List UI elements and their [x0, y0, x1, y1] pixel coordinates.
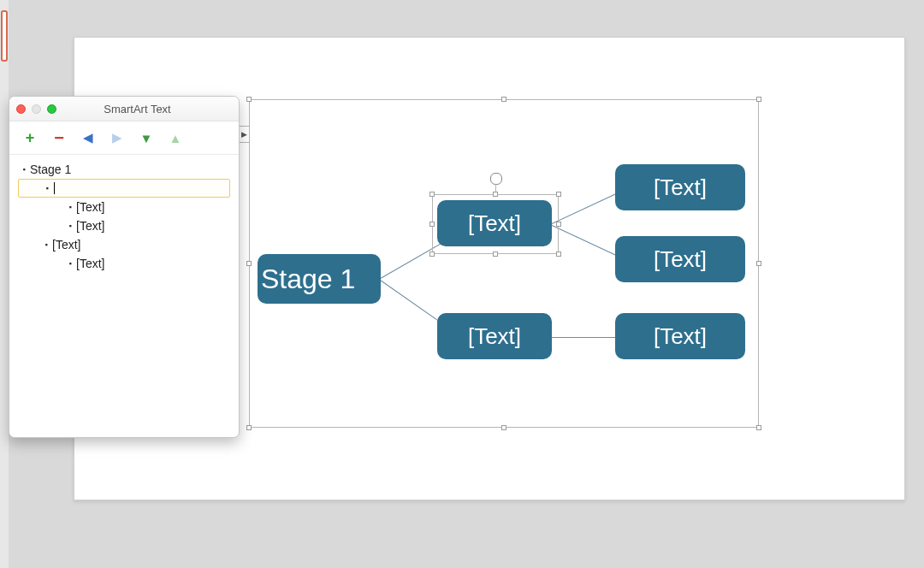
resize-handle[interactable] [501, 97, 506, 102]
outline-item[interactable]: ▪[Text] [18, 235, 230, 254]
smartart-text-panel[interactable]: SmartArt Text + − ◀ ▶ ▼ ▲ ▪Stage 1▪▪[Tex… [9, 96, 240, 438]
outline-item[interactable]: ▪[Text] [18, 198, 230, 216]
resize-handle[interactable] [756, 425, 761, 430]
move-up-button[interactable]: ▲ [167, 129, 184, 146]
outline-item-text: [Text] [76, 254, 104, 273]
bullet-icon: ▪ [66, 216, 74, 235]
arrow-right-icon: ▶ [112, 130, 122, 145]
promote-button[interactable]: ◀ [80, 129, 97, 146]
remove-shape-button[interactable]: − [50, 129, 68, 146]
add-shape-button[interactable]: + [21, 129, 38, 146]
slide-thumbnail-selected[interactable] [1, 10, 8, 62]
demote-button[interactable]: ▶ [109, 129, 126, 146]
resize-handle[interactable] [246, 261, 252, 266]
minus-icon: − [54, 133, 64, 142]
arrow-up-icon: ▲ [169, 131, 182, 145]
bullet-icon: ▪ [20, 160, 28, 179]
outline-item-text: [Text] [76, 198, 104, 216]
text-pane-toggle[interactable]: ▶ [238, 126, 250, 143]
resize-handle[interactable] [246, 97, 252, 102]
panel-titlebar[interactable]: SmartArt Text [9, 97, 239, 121]
resize-handle[interactable] [246, 425, 252, 430]
bullet-icon: ▪ [42, 235, 50, 254]
outline-item-text: [Text] [52, 235, 80, 254]
arrow-down-icon: ▼ [140, 131, 153, 145]
panel-toolbar: + − ◀ ▶ ▼ ▲ [9, 121, 239, 155]
chevron-right-icon: ▶ [241, 130, 247, 139]
outline-item-text: [Text] [76, 216, 104, 235]
resize-handle[interactable] [501, 425, 506, 430]
arrow-left-icon: ◀ [83, 130, 93, 145]
plus-icon: + [26, 129, 35, 147]
outline-item-text: Stage 1 [30, 160, 71, 179]
bullet-icon: ▪ [66, 198, 74, 216]
text-cursor [54, 182, 55, 194]
outline-item-editing[interactable]: ▪ [18, 179, 230, 198]
outline-item[interactable]: ▪[Text] [18, 254, 230, 273]
close-button[interactable] [16, 104, 26, 114]
minimize-button[interactable] [32, 104, 41, 114]
slide-thumbnail-strip [0, 0, 9, 568]
panel-title: SmartArt Text [43, 103, 232, 115]
move-down-button[interactable]: ▼ [138, 129, 155, 146]
outline-item[interactable]: ▪[Text] [18, 216, 230, 235]
resize-handle[interactable] [756, 261, 761, 266]
smartart-selection-frame[interactable]: ▶ [249, 99, 759, 428]
bullet-icon: ▪ [66, 254, 74, 273]
outline-item[interactable]: ▪Stage 1 [18, 160, 230, 179]
bullet-icon: ▪ [43, 179, 51, 198]
outline-list[interactable]: ▪Stage 1▪▪[Text]▪[Text]▪[Text]▪[Text] [9, 155, 239, 281]
resize-handle[interactable] [756, 97, 761, 102]
